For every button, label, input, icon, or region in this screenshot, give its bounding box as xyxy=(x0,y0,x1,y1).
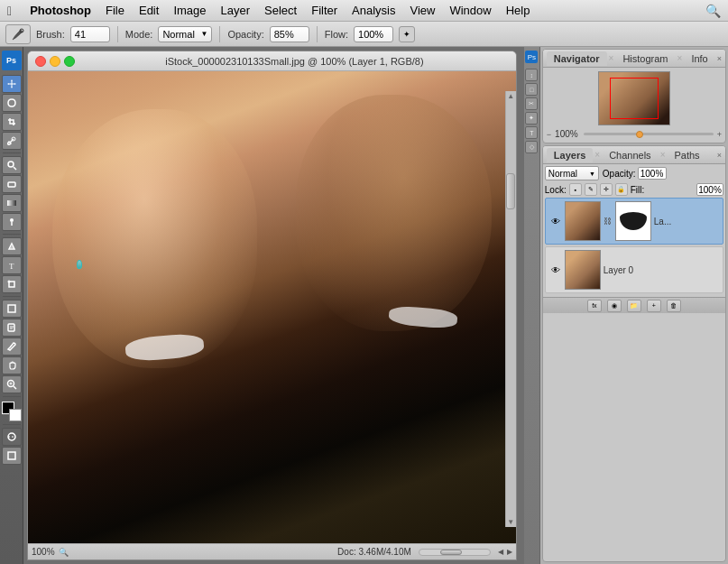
menu-view[interactable]: View xyxy=(410,4,436,17)
brush-size-input[interactable]: 41 xyxy=(70,26,110,42)
tab-paths[interactable]: Paths xyxy=(667,148,706,162)
pen-tool[interactable] xyxy=(2,237,22,255)
menu-image[interactable]: Image xyxy=(173,4,206,17)
menu-select[interactable]: Select xyxy=(264,4,297,17)
menu-filter[interactable]: Filter xyxy=(311,4,337,17)
zoom-in-icon[interactable]: + xyxy=(717,130,722,139)
opacity-input[interactable]: 85% xyxy=(270,26,309,42)
zoom-slider-thumb[interactable] xyxy=(636,131,643,138)
add-style-btn[interactable]: fx xyxy=(587,300,602,312)
gradient-tool[interactable] xyxy=(2,194,22,212)
svg-rect-8 xyxy=(8,305,15,312)
shape-tool[interactable] xyxy=(2,300,22,318)
menu-help[interactable]: Help xyxy=(506,4,530,17)
scroll-up-arrow[interactable]: ▲ xyxy=(506,91,516,101)
tab-channels[interactable]: Channels xyxy=(602,148,658,162)
eyedropper-tool[interactable] xyxy=(2,337,22,356)
strip-text-btn[interactable]: T xyxy=(525,126,538,139)
strip-move-btn[interactable]: ↕ xyxy=(525,69,538,81)
zoom-tool[interactable] xyxy=(2,375,22,393)
close-button[interactable] xyxy=(35,56,46,67)
zoom-out-icon[interactable]: − xyxy=(547,130,551,139)
menu-photoshop[interactable]: Photoshop xyxy=(30,4,91,17)
apple-menu[interactable]:  xyxy=(7,4,12,18)
search-icon[interactable]: 🔍 xyxy=(705,4,721,18)
menu-window[interactable]: Window xyxy=(449,4,491,17)
menu-layer[interactable]: Layer xyxy=(221,4,251,17)
navigator-panel-close[interactable]: × xyxy=(717,54,722,63)
delete-layer-btn[interactable]: 🗑 xyxy=(667,300,681,312)
sep3 xyxy=(317,26,318,42)
h-scroll-track[interactable] xyxy=(419,549,491,556)
path-select-tool[interactable] xyxy=(2,275,22,293)
photo-canvas: arge. ok.c hbook ▲ ▼ xyxy=(28,71,516,543)
navigator-content: − 100% + xyxy=(543,68,725,143)
strip-nav-btn[interactable]: □ xyxy=(525,83,538,96)
new-layer-btn[interactable]: + xyxy=(647,300,661,312)
notes-tool[interactable] xyxy=(2,319,22,337)
tab-sep-1: × xyxy=(609,53,614,63)
doc-titlebar: iStock_000002310133Small.jpg @ 100% (Lay… xyxy=(28,51,516,71)
vertical-scrollbar[interactable]: ▲ ▼ xyxy=(505,91,516,527)
fill-value[interactable]: 100% xyxy=(696,183,723,196)
tab-sep-2: × xyxy=(677,53,683,63)
layer-1-visibility[interactable]: 👁 xyxy=(549,215,562,227)
zoom-button[interactable] xyxy=(64,56,75,67)
move-tool[interactable] xyxy=(2,75,22,93)
svg-rect-13 xyxy=(9,453,14,458)
h-scroll-thumb[interactable] xyxy=(440,550,461,555)
right-side: Ps ↕ □ ✂ ✦ T ◇ Navigator × Histogram × I… xyxy=(524,47,728,564)
lock-transparent-btn[interactable]: ▪ xyxy=(569,183,582,196)
menu-file[interactable]: File xyxy=(106,4,124,17)
crop-tool[interactable] xyxy=(2,113,22,131)
tab-navigator[interactable]: Navigator xyxy=(547,51,607,66)
minimize-button[interactable] xyxy=(50,56,60,67)
add-mask-btn[interactable]: ◉ xyxy=(607,300,622,312)
scroll-left-arrow[interactable]: ◀ xyxy=(498,548,503,556)
clone-tool[interactable] xyxy=(2,156,22,174)
lock-all-btn[interactable]: 🔒 xyxy=(615,183,628,196)
brush-tool-icon[interactable] xyxy=(5,24,31,44)
blend-mode-dropdown[interactable]: Normal ▼ xyxy=(545,166,599,180)
eraser-tool[interactable] xyxy=(2,175,22,193)
tab-info[interactable]: Info xyxy=(684,51,714,66)
text-tool[interactable]: T xyxy=(2,256,22,274)
flow-label: Flow: xyxy=(325,29,348,40)
background-color[interactable] xyxy=(9,409,22,421)
zoom-slider[interactable] xyxy=(584,133,714,135)
strip-shape-btn[interactable]: ◇ xyxy=(525,141,538,153)
mode-dropdown[interactable]: Normal ▼ xyxy=(158,26,212,42)
flow-input[interactable]: 100% xyxy=(354,26,393,42)
face-highlight-right xyxy=(296,95,491,331)
quick-mask-mode[interactable] xyxy=(2,428,22,446)
new-group-btn[interactable]: 📁 xyxy=(627,300,641,312)
hand-tool[interactable] xyxy=(2,356,22,374)
lock-position-btn[interactable]: ✛ xyxy=(600,183,613,196)
strip-brush-btn[interactable]: ✦ xyxy=(525,112,538,125)
menu-analysis[interactable]: Analysis xyxy=(352,4,395,17)
layer-0-visibility[interactable]: 👁 xyxy=(549,264,562,276)
strip-crop-btn[interactable]: ✂ xyxy=(525,97,538,110)
healing-tool[interactable] xyxy=(2,132,22,150)
screen-mode[interactable] xyxy=(2,447,22,465)
color-swatches[interactable] xyxy=(2,402,22,421)
svg-point-2 xyxy=(8,162,14,167)
menu-edit[interactable]: Edit xyxy=(139,4,159,17)
document-status-bar: 100% 🔍 Doc: 3.46M/4.10M ◀ ▶ xyxy=(28,543,516,559)
layers-panel-close[interactable]: × xyxy=(717,151,722,160)
tab-layers[interactable]: Layers xyxy=(547,148,593,162)
lock-pixels-btn[interactable]: ✎ xyxy=(585,183,597,196)
layer-item-0[interactable]: 👁 Layer 0 xyxy=(545,246,723,293)
dodge-tool[interactable] xyxy=(2,213,22,231)
scroll-down-arrow[interactable]: ▼ xyxy=(506,517,516,527)
layer-item-1[interactable]: 👁 ⛓ La... xyxy=(545,198,723,245)
opacity-label: Opacity: xyxy=(227,29,263,40)
layer-chain-icon: ⛓ xyxy=(604,217,613,226)
lasso-tool[interactable] xyxy=(2,94,22,112)
scroll-thumb[interactable] xyxy=(506,173,515,209)
airbrush-toggle[interactable]: ✦ xyxy=(399,26,415,42)
opacity-value[interactable]: 100% xyxy=(638,167,667,180)
scroll-right-arrow[interactable]: ▶ xyxy=(507,548,512,556)
layers-action-bar: fx ◉ 📁 + 🗑 xyxy=(543,297,725,313)
tab-histogram[interactable]: Histogram xyxy=(615,51,675,66)
